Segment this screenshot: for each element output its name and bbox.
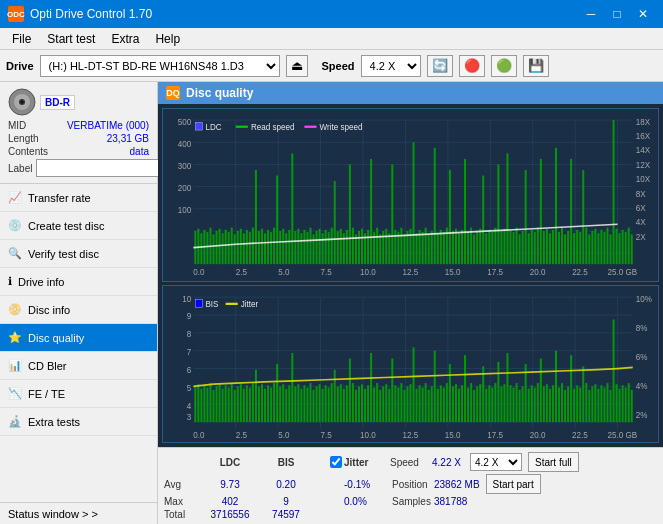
svg-rect-152 (513, 232, 515, 264)
svg-text:2%: 2% (636, 409, 648, 419)
svg-rect-114 (397, 232, 399, 264)
disc-label-input[interactable] (36, 159, 169, 177)
svg-text:20.0: 20.0 (530, 429, 546, 439)
svg-rect-135 (461, 230, 463, 264)
svg-rect-384 (628, 383, 630, 422)
svg-text:0.0: 0.0 (193, 429, 204, 439)
svg-rect-68 (258, 231, 260, 264)
avg-label: Avg (164, 479, 202, 490)
svg-text:400: 400 (178, 138, 192, 148)
svg-rect-373 (594, 384, 596, 422)
svg-rect-269 (279, 386, 281, 422)
menu-file[interactable]: File (4, 30, 39, 48)
svg-text:7.5: 7.5 (321, 429, 332, 439)
svg-rect-99 (352, 228, 354, 265)
toolbar-btn-2[interactable]: 🟢 (491, 55, 517, 77)
svg-rect-154 (519, 234, 521, 264)
nav-disc-info[interactable]: 📀 Disc info (0, 296, 157, 324)
nav-disc-quality[interactable]: ⭐ Disc quality (0, 324, 157, 352)
disc-header: BD-R (8, 88, 149, 116)
refresh-button[interactable]: 🔄 (427, 55, 453, 77)
drive-select[interactable]: (H:) HL-DT-ST BD-RE WH16NS48 1.D3 (40, 55, 280, 77)
menu-help[interactable]: Help (147, 30, 188, 48)
svg-rect-330 (464, 355, 466, 422)
transfer-rate-icon: 📈 (8, 191, 22, 204)
eject-button[interactable]: ⏏ (286, 55, 308, 77)
svg-rect-170 (567, 231, 569, 264)
nav-create-test-disc[interactable]: 💿 Create test disc (0, 212, 157, 240)
start-full-button[interactable]: Start full (528, 452, 579, 472)
svg-rect-91 (328, 232, 330, 264)
svg-rect-132 (452, 231, 454, 264)
svg-text:2.5: 2.5 (236, 429, 247, 439)
svg-rect-190 (628, 228, 630, 265)
svg-rect-65 (249, 232, 251, 264)
disc-icon (8, 88, 36, 116)
svg-rect-179 (594, 229, 596, 264)
disc-contents-row: Contents data (8, 146, 149, 157)
status-window-button[interactable]: Status window > > (0, 502, 157, 524)
nav-verify-test-disc[interactable]: 🔍 Verify test disc (0, 240, 157, 268)
save-button[interactable]: 💾 (523, 55, 549, 77)
svg-rect-138 (470, 228, 472, 265)
svg-rect-310 (403, 390, 405, 422)
svg-rect-94 (337, 231, 339, 264)
svg-rect-189 (625, 232, 627, 264)
menu-extra[interactable]: Extra (103, 30, 147, 48)
menu-start-test[interactable]: Start test (39, 30, 103, 48)
jitter-checkbox[interactable] (330, 456, 342, 468)
svg-rect-323 (443, 387, 445, 422)
drive-bar: Drive (H:) HL-DT-ST BD-RE WH16NS48 1.D3 … (0, 50, 663, 82)
minimize-button[interactable]: ─ (579, 4, 603, 24)
svg-rect-157 (528, 233, 530, 264)
dq-icon: DQ (166, 86, 180, 100)
svg-text:10X: 10X (636, 174, 651, 184)
verify-test-disc-label: Verify test disc (28, 248, 99, 260)
svg-rect-271 (285, 388, 287, 421)
nav-transfer-rate[interactable]: 📈 Transfer rate (0, 184, 157, 212)
sidebar: BD-R MID VERBATIMe (000) Length 23,31 GB… (0, 82, 158, 524)
svg-rect-129 (443, 232, 445, 264)
fe-te-icon: 📉 (8, 387, 22, 400)
total-bis: 74597 (258, 509, 314, 520)
svg-rect-126 (434, 148, 436, 264)
svg-rect-306 (391, 358, 393, 422)
svg-rect-243 (200, 388, 202, 421)
svg-rect-339 (491, 387, 493, 422)
svg-rect-241 (194, 386, 196, 422)
speed-value-header: 4.22 X (432, 457, 470, 468)
svg-rect-174 (579, 232, 581, 264)
nav-drive-info[interactable]: ℹ Drive info (0, 268, 157, 296)
svg-rect-274 (294, 386, 296, 422)
svg-rect-112 (391, 164, 393, 264)
svg-rect-372 (591, 386, 593, 422)
close-button[interactable]: ✕ (631, 4, 655, 24)
svg-rect-262 (258, 386, 260, 422)
toolbar-btn-1[interactable]: 🔴 (459, 55, 485, 77)
svg-rect-324 (446, 383, 448, 422)
nav-fe-te[interactable]: 📉 FE / TE (0, 380, 157, 408)
svg-point-3 (21, 101, 24, 104)
svg-rect-248 (216, 386, 218, 422)
svg-text:22.5: 22.5 (572, 429, 588, 439)
svg-rect-149 (503, 229, 505, 264)
nav-cd-bler[interactable]: 📊 CD Bler (0, 352, 157, 380)
svg-rect-182 (603, 232, 605, 264)
svg-text:BIS: BIS (205, 299, 218, 309)
speed-select[interactable]: 4.2 X (361, 55, 421, 77)
nav-extra-tests[interactable]: 🔬 Extra tests (0, 408, 157, 436)
svg-text:2.5: 2.5 (236, 267, 247, 277)
svg-rect-265 (267, 385, 269, 422)
disc-contents-val: data (130, 146, 149, 157)
speed-select-stats[interactable]: 4.2 X (470, 453, 522, 471)
svg-rect-333 (473, 390, 475, 422)
svg-text:22.5: 22.5 (572, 267, 588, 277)
cd-bler-icon: 📊 (8, 359, 22, 372)
maximize-button[interactable]: □ (605, 4, 629, 24)
svg-rect-188 (622, 230, 624, 264)
start-part-button[interactable]: Start part (486, 474, 541, 494)
svg-text:5: 5 (187, 382, 192, 392)
svg-text:15.0: 15.0 (445, 267, 461, 277)
svg-rect-111 (388, 233, 390, 264)
svg-rect-80 (294, 231, 296, 264)
